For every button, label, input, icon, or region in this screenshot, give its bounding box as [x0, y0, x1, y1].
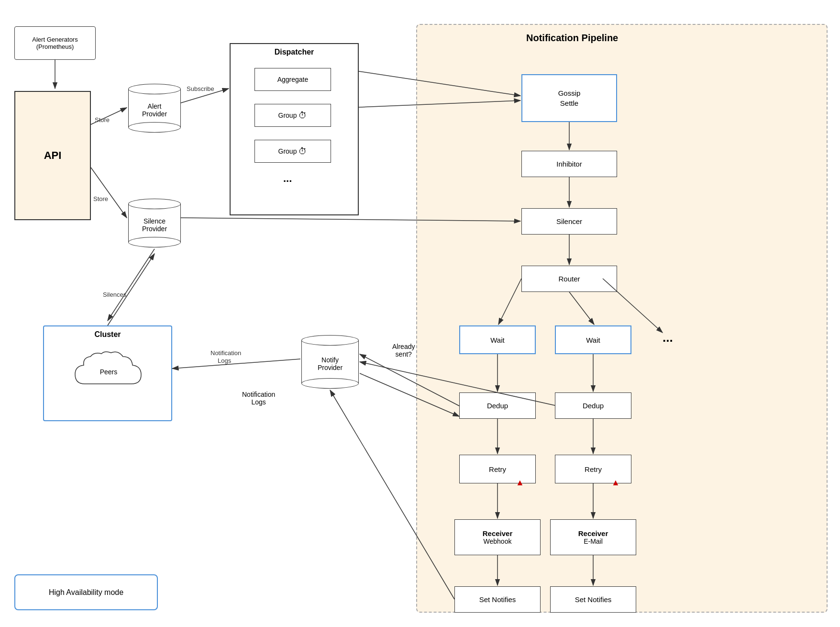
- diagram-container: Notification Pipeline Alert Generators (…: [0, 0, 840, 627]
- receiver1-box: Receiver Webhook: [454, 519, 541, 555]
- alert-generators-box: Alert Generators (Prometheus): [14, 26, 96, 60]
- svg-text:Silences: Silences: [103, 291, 127, 298]
- silencer-label: Silencer: [556, 217, 582, 225]
- retry2-box: Retry: [555, 455, 631, 483]
- alert-generators-label: Alert Generators (Prometheus): [32, 36, 77, 50]
- svg-text:Store: Store: [93, 195, 108, 202]
- dispatcher-box: Dispatcher Aggregate Group ⏱ Group ⏱ ...: [230, 43, 359, 215]
- router-label: Router: [558, 275, 580, 283]
- cloud-svg: Peers: [70, 348, 147, 396]
- dedup1-box: Dedup: [459, 392, 536, 419]
- clock2-icon: ⏱: [298, 146, 307, 157]
- svg-line-5: [91, 168, 127, 218]
- svg-line-7: [181, 89, 229, 103]
- wait1-label: Wait: [490, 336, 504, 344]
- svg-text:Logs: Logs: [218, 357, 232, 364]
- dedup2-box: Dedup: [555, 392, 631, 419]
- pipeline-dots: ...: [663, 330, 673, 345]
- cluster-title: Cluster: [44, 330, 171, 339]
- alert-provider-label: Alert Provider: [142, 102, 167, 118]
- silence-provider-cylinder: Silence Provider: [128, 199, 181, 247]
- aggregate-box: Aggregate: [254, 68, 331, 91]
- receiver2-sub: E-Mail: [584, 537, 603, 545]
- cluster-box: Cluster Peers: [43, 325, 172, 421]
- clock1-icon: ⏱: [298, 111, 307, 121]
- svg-line-3: [91, 108, 127, 124]
- retry1-box: Retry: [459, 455, 536, 483]
- gossip-settle-label: Gossip Settle: [558, 88, 581, 108]
- dispatcher-title: Dispatcher: [231, 48, 358, 56]
- inhibitor-box: Inhibitor: [521, 151, 617, 177]
- dedup1-label: Dedup: [487, 402, 508, 410]
- api-label: API: [44, 149, 62, 162]
- retry1-red-arrow: ▲: [516, 478, 524, 488]
- alert-provider-cylinder: Alert Provider: [128, 84, 181, 133]
- svg-text:Notification: Notification: [210, 349, 241, 357]
- receiver1-title: Receiver: [483, 529, 513, 537]
- group1-box: Group ⏱: [254, 104, 331, 127]
- wait2-box: Wait: [555, 325, 631, 354]
- notification-logs-label: Notification Logs: [242, 383, 275, 406]
- receiver2-title: Receiver: [578, 529, 608, 537]
- svg-text:Subscribe: Subscribe: [187, 85, 214, 92]
- legend-box: High Availability mode: [14, 574, 158, 610]
- set-notifies1-label: Set Notifies: [479, 595, 516, 604]
- retry2-red-arrow: ▲: [611, 478, 620, 488]
- svg-line-33: [108, 254, 155, 325]
- receiver2-box: Receiver E-Mail: [550, 519, 636, 555]
- svg-line-30: [172, 359, 300, 369]
- notify-provider-cylinder: Notify Provider: [301, 335, 359, 389]
- pipeline-title: Notification Pipeline: [526, 33, 618, 44]
- set-notifies2-label: Set Notifies: [575, 595, 612, 604]
- set-notifies1-box: Set Notifies: [454, 586, 541, 613]
- already-sent-label: Already sent?: [392, 335, 415, 358]
- gossip-settle-box: Gossip Settle: [521, 74, 617, 122]
- silence-provider-label: Silence Provider: [142, 217, 167, 233]
- retry2-label: Retry: [585, 465, 602, 473]
- dispatcher-dots: ...: [283, 172, 292, 185]
- set-notifies2-box: Set Notifies: [550, 586, 636, 613]
- high-availability-label: High Availability mode: [49, 588, 123, 597]
- silencer-box: Silencer: [521, 208, 617, 235]
- receiver1-sub: Webhook: [484, 537, 512, 545]
- api-box: API: [14, 91, 91, 220]
- dedup2-label: Dedup: [583, 402, 604, 410]
- svg-text:Peers: Peers: [100, 368, 118, 376]
- wait1-box: Wait: [459, 325, 536, 354]
- svg-text:Store: Store: [95, 116, 110, 123]
- inhibitor-label: Inhibitor: [556, 160, 582, 168]
- svg-line-34: [108, 249, 155, 321]
- retry1-label: Retry: [489, 465, 506, 473]
- router-box: Router: [521, 266, 617, 292]
- group2-box: Group ⏱: [254, 140, 331, 163]
- notify-provider-label: Notify Provider: [318, 356, 343, 371]
- wait2-label: Wait: [586, 336, 600, 344]
